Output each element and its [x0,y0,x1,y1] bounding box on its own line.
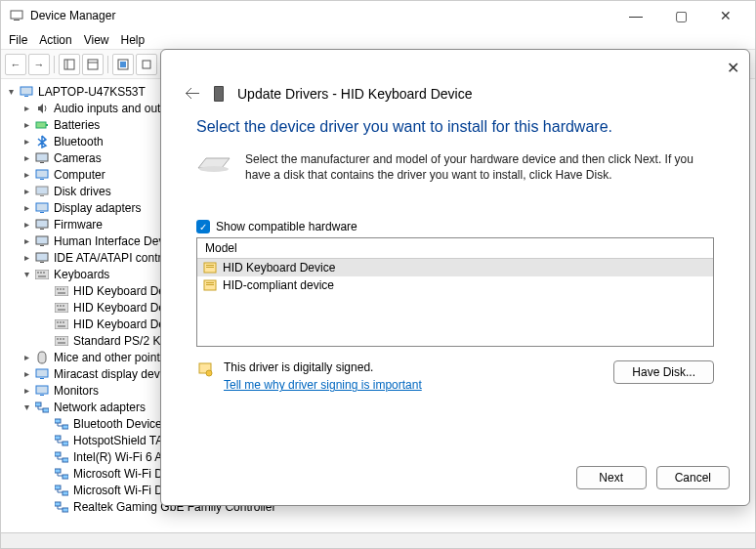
next-button[interactable]: Next [576,466,647,489]
svg-rect-74 [206,265,214,266]
svg-rect-39 [60,305,62,307]
toolbar-back-button[interactable]: ← [5,54,26,75]
tree-toggle[interactable]: ▸ [21,219,32,230]
svg-rect-7 [120,62,126,67]
model-list-item[interactable]: HID-compliant device [197,276,713,294]
tree-toggle[interactable]: ▸ [21,152,32,163]
cancel-button[interactable]: Cancel [656,466,730,489]
minimize-button[interactable]: — [622,8,650,23]
have-disk-button[interactable]: Have Disk... [613,360,714,384]
computer-icon [19,84,34,100]
svg-rect-40 [63,305,64,307]
svg-rect-58 [55,419,61,423]
svg-rect-37 [55,303,68,313]
dialog-back-button[interactable]: 🡠 [185,85,200,103]
battery-icon [34,117,50,133]
app-icon [9,8,24,23]
tree-toggle[interactable]: ▸ [21,252,32,263]
show-compatible-checkbox[interactable]: ✓ [196,220,210,233]
signing-importance-link[interactable]: Tell me why driver signing is important [224,378,422,392]
close-button[interactable]: ✕ [712,8,739,23]
svg-rect-0 [11,11,22,19]
svg-rect-35 [63,288,64,290]
svg-rect-60 [55,436,61,440]
dialog-title: Update Drivers - HID Keyboard Device [237,86,472,102]
svg-rect-54 [36,386,48,394]
network-icon [54,416,69,432]
tree-toggle[interactable]: ▸ [21,186,32,196]
menu-file[interactable]: File [9,33,27,47]
svg-rect-31 [38,275,46,277]
dialog-heading: Select the device driver you want to ins… [196,118,714,136]
svg-rect-47 [55,336,68,346]
tree-toggle[interactable]: ▸ [21,136,32,147]
dialog-titlebar: ✕ [161,50,749,85]
svg-rect-61 [63,442,68,445]
window-title: Device Manager [30,9,622,22]
toolbar-button-4[interactable] [136,54,157,75]
svg-rect-65 [63,475,68,479]
toolbar-button-3[interactable] [112,54,134,75]
svg-rect-41 [58,309,65,311]
tree-toggle[interactable]: ▾ [21,401,32,412]
signing-row: This driver is digitally signed. Tell me… [196,360,714,392]
tree-toggle[interactable]: ▸ [21,235,32,246]
svg-rect-48 [57,338,59,340]
dialog-footer: Next Cancel [161,454,749,505]
svg-rect-11 [36,122,46,128]
model-listbox[interactable]: Model HID Keyboard DeviceHID-compliant d… [196,237,714,347]
toolbar-button-2[interactable] [82,54,104,75]
ide-icon [34,250,50,266]
tree-toggle[interactable]: ▸ [21,352,32,362]
tree-toggle[interactable]: ▸ [21,119,32,130]
svg-rect-32 [55,286,68,296]
tree-item-label: Network adapters [54,401,146,414]
firmware-icon [34,217,50,232]
svg-rect-22 [40,229,44,230]
maximize-button[interactable]: ▢ [667,8,694,23]
tree-toggle[interactable]: ▾ [21,269,32,279]
dialog-header: 🡠 Update Drivers - HID Keyboard Device [161,85,749,114]
svg-rect-33 [57,288,59,290]
dialog-close-button[interactable]: ✕ [727,59,739,77]
menu-help[interactable]: Help [121,33,146,47]
certificate-icon [196,360,214,378]
tree-item-label: Firmware [54,218,103,232]
svg-rect-62 [55,452,61,456]
tree-toggle[interactable]: ▸ [21,368,32,379]
menu-view[interactable]: View [84,33,109,47]
tree-toggle[interactable]: ▸ [21,169,32,180]
svg-rect-4 [88,60,98,69]
tree-item-label: Keyboards [54,268,109,281]
tree-item-label: Bluetooth [54,135,104,148]
model-list-item[interactable]: HID Keyboard Device [197,259,713,276]
svg-rect-15 [36,170,48,178]
menubar: File Action View Help [1,30,755,50]
svg-rect-64 [55,469,61,473]
display-icon [34,200,50,216]
svg-rect-14 [40,162,44,163]
dialog-instructions: Select the manufacturer and model of you… [196,151,714,183]
svg-rect-78 [206,284,214,285]
computer-icon [34,167,50,183]
svg-rect-53 [40,378,44,379]
tree-item-label: Monitors [54,384,99,398]
tree-toggle[interactable]: ▸ [21,103,32,113]
svg-rect-19 [36,203,48,211]
svg-rect-67 [63,491,68,495]
hardware-icon [196,151,231,177]
toolbar-button-1[interactable] [59,54,80,75]
driver-icon [203,279,217,291]
tree-toggle[interactable]: ▸ [21,202,32,213]
svg-rect-27 [35,270,49,279]
svg-point-80 [206,370,212,376]
svg-rect-8 [143,61,150,68]
menu-action[interactable]: Action [39,33,71,47]
keyboard-icon [54,333,69,349]
tree-toggle[interactable]: ▸ [21,385,32,396]
tree-item-label: Cameras [54,151,102,165]
svg-rect-29 [40,272,42,274]
svg-rect-36 [58,292,65,294]
toolbar-forward-button[interactable]: → [28,54,50,75]
svg-rect-24 [40,245,44,246]
